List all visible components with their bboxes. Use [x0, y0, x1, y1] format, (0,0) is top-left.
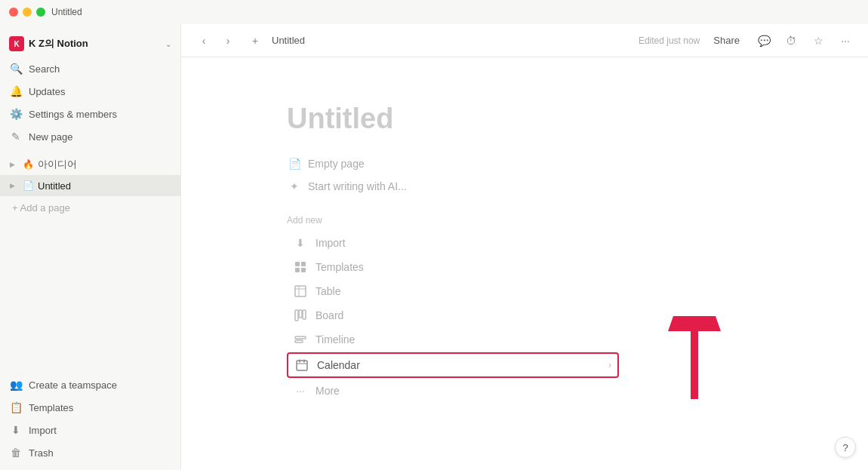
idea-label: 아이디어	[38, 158, 77, 171]
history-button[interactable]: ⏱	[780, 30, 802, 51]
sidebar: K K Z의 Notion ⌄ 🔍 Search 🔔 Updates ⚙️ Se…	[0, 24, 181, 470]
sidebar-item-new-page[interactable]: ✎ New page	[0, 125, 180, 148]
workspace-header[interactable]: K K Z의 Notion ⌄	[0, 30, 180, 57]
import-add-icon: ⬇	[293, 235, 308, 250]
svg-rect-11	[295, 340, 303, 343]
tree-arrow-idea: ▶	[6, 158, 18, 170]
more-button[interactable]: ···	[835, 30, 856, 51]
add-new-import[interactable]: ⬇ Import	[287, 232, 438, 254]
calendar-add-icon	[294, 358, 309, 373]
topbar-right: Edited just now Share 💬 ⏱ ☆ ···	[639, 30, 856, 51]
add-new-board[interactable]: Board	[287, 304, 438, 327]
search-label: Search	[29, 63, 171, 75]
teamspace-label: Create a teamspace	[29, 379, 171, 391]
untitled-page-icon: 📄	[21, 179, 35, 192]
close-button[interactable]	[9, 8, 18, 17]
tree-item-idea[interactable]: ▶ 🔥 아이디어	[0, 154, 180, 175]
trash-icon: 🗑	[9, 446, 23, 459]
add-new-templates[interactable]: Templates	[287, 256, 438, 278]
import-add-label: Import	[315, 237, 432, 249]
sidebar-item-create-teamspace[interactable]: 👥 Create a teamspace	[0, 373, 180, 396]
templates-icon: 📋	[9, 401, 23, 414]
import-label: Import	[29, 425, 171, 436]
ai-icon: ✦	[287, 179, 302, 194]
timeline-add-icon	[293, 332, 308, 347]
page-tree: ▶ 🔥 아이디어 ▶ 📄 Untitled + Add a page	[0, 154, 180, 373]
settings-icon: ⚙️	[9, 107, 23, 121]
sidebar-item-search[interactable]: 🔍 Search	[0, 57, 180, 80]
svg-rect-10	[295, 336, 306, 339]
main-area: ‹ › + Untitled Edited just now Share 💬 ⏱…	[181, 24, 868, 470]
content-area: Untitled 📄 Empty page ✦ Start writing wi…	[181, 57, 868, 470]
search-icon: 🔍	[9, 62, 23, 75]
sidebar-item-settings[interactable]: ⚙️ Settings & members	[0, 103, 180, 125]
page-content: Untitled 📄 Empty page ✦ Start writing wi…	[181, 103, 868, 402]
more-add-icon: ···	[293, 383, 308, 398]
workspace-name: K Z의 Notion	[29, 37, 161, 51]
comment-button[interactable]: 💬	[753, 30, 774, 51]
calendar-arrow-icon: ›	[608, 360, 611, 370]
templates-add-icon	[293, 260, 308, 275]
sidebar-footer: 👥 Create a teamspace 📋 Templates ⬇ Impor…	[0, 373, 180, 464]
templates-label: Templates	[29, 402, 171, 413]
sidebar-item-trash[interactable]: 🗑 Trash	[0, 441, 180, 464]
page-title[interactable]: Untitled	[287, 103, 762, 135]
minimize-button[interactable]	[23, 8, 32, 17]
new-page-label: New page	[29, 131, 171, 143]
add-new-table[interactable]: Table	[287, 280, 438, 303]
sidebar-item-import[interactable]: ⬇ Import	[0, 419, 180, 441]
breadcrumb: Untitled	[272, 35, 633, 46]
add-new-more[interactable]: ··· More	[287, 379, 438, 402]
add-new-items: ⬇ Import	[287, 232, 762, 402]
templates-add-label: Templates	[315, 261, 432, 273]
import-icon: ⬇	[9, 423, 23, 437]
svg-rect-3	[301, 268, 306, 272]
empty-page-label: Empty page	[308, 158, 365, 170]
ai-writing-option[interactable]: ✦ Start writing with AI...	[287, 176, 762, 197]
more-add-label: More	[315, 385, 432, 397]
forward-button[interactable]: ›	[217, 30, 239, 51]
favorite-button[interactable]: ☆	[808, 30, 829, 51]
svg-rect-4	[295, 286, 306, 296]
tree-arrow-untitled: ▶	[6, 180, 18, 192]
svg-rect-12	[297, 361, 307, 370]
sidebar-item-templates[interactable]: 📋 Templates	[0, 396, 180, 419]
edited-status: Edited just now	[639, 35, 700, 46]
teamspace-icon: 👥	[9, 378, 23, 392]
svg-rect-8	[299, 310, 302, 318]
svg-rect-7	[295, 310, 298, 321]
add-new-timeline[interactable]: Timeline	[287, 328, 438, 351]
settings-label: Settings & members	[29, 109, 171, 120]
svg-rect-2	[295, 268, 300, 272]
add-new-calendar[interactable]: Calendar ›	[287, 352, 619, 378]
titlebar: Untitled	[0, 0, 868, 24]
add-new-section: Add new ⬇ Import	[287, 215, 762, 402]
trash-label: Trash	[29, 447, 171, 459]
help-button[interactable]: ?	[835, 437, 856, 458]
updates-icon: 🔔	[9, 84, 23, 98]
untitled-label: Untitled	[38, 180, 71, 192]
table-add-icon	[293, 284, 308, 299]
add-page-button[interactable]: +	[245, 30, 266, 51]
share-button[interactable]: Share	[706, 32, 747, 49]
help-label: ?	[842, 442, 848, 453]
back-button[interactable]: ‹	[193, 30, 214, 51]
board-add-icon	[293, 308, 308, 323]
add-page-label: + Add a page	[12, 202, 70, 213]
sidebar-item-add-page[interactable]: + Add a page	[0, 196, 180, 219]
empty-page-icon: 📄	[287, 156, 302, 171]
tree-item-untitled[interactable]: ▶ 📄 Untitled	[0, 175, 180, 196]
sidebar-item-updates[interactable]: 🔔 Updates	[0, 80, 180, 103]
window-controls	[9, 8, 45, 17]
updates-label: Updates	[29, 86, 171, 97]
idea-page-icon: 🔥	[21, 158, 35, 171]
titlebar-left: Untitled	[9, 7, 82, 17]
new-page-icon: ✎	[9, 130, 23, 143]
table-add-label: Table	[315, 285, 432, 297]
quick-options: 📄 Empty page ✦ Start writing with AI...	[287, 153, 762, 197]
app-layout: K K Z의 Notion ⌄ 🔍 Search 🔔 Updates ⚙️ Se…	[0, 24, 868, 470]
maximize-button[interactable]	[36, 8, 45, 17]
titlebar-title: Untitled	[51, 7, 82, 17]
svg-rect-9	[303, 310, 306, 319]
empty-page-option[interactable]: 📄 Empty page	[287, 153, 762, 174]
